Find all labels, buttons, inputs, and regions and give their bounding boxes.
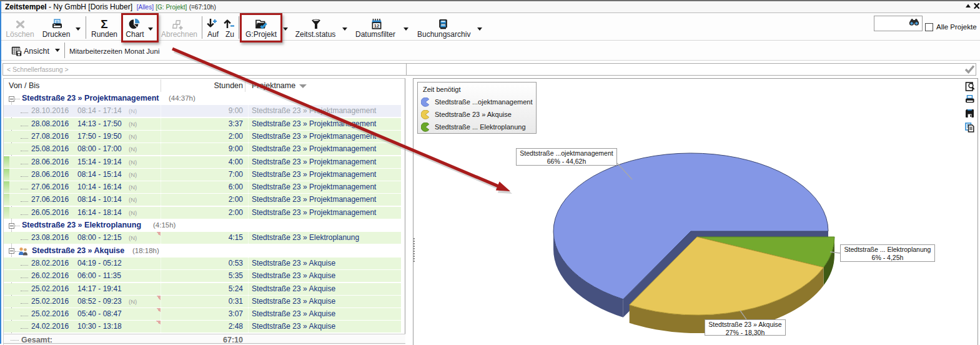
- svg-text:12: 12: [374, 23, 379, 29]
